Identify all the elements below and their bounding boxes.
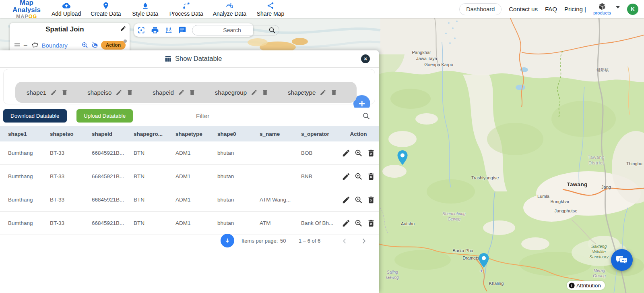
modal-header: Show Datatable ✕	[0, 50, 379, 67]
brand-title: Map Analysis	[5, 0, 48, 14]
edit-icon[interactable]	[251, 89, 258, 96]
column-chip: shapetype	[288, 89, 337, 96]
close-icon[interactable]: ✕	[361, 54, 370, 63]
column-chip: shape1	[27, 89, 68, 96]
delete-icon[interactable]	[262, 89, 268, 96]
modal-title-group: Show Datatable	[164, 55, 222, 62]
datatable: shape1shapeisoshapeidshapegro...shapetyp…	[0, 126, 379, 235]
menu-style-data[interactable]: Style Data	[131, 2, 160, 17]
products-menu[interactable]: products	[593, 3, 611, 15]
feedback-icon[interactable]	[178, 26, 186, 34]
map-pin-icon[interactable]	[478, 253, 490, 268]
column-chip-bar: shape1 shapeiso shapeid shapegroup shape…	[15, 82, 357, 103]
info-icon	[568, 282, 575, 289]
edit-row-icon[interactable]	[342, 172, 351, 181]
cell: BTN	[126, 197, 167, 203]
attribution-control[interactable]: Attribution	[567, 281, 605, 290]
menu-analyze-data[interactable]: Analyze Data	[213, 2, 246, 17]
delete-icon[interactable]	[61, 89, 68, 96]
edit-row-icon[interactable]	[342, 219, 351, 228]
collapse-icon[interactable]: −	[23, 43, 28, 47]
distance-icon[interactable]	[165, 26, 173, 34]
eye-off-icon[interactable]	[91, 42, 99, 49]
show-datatable-modal: Show Datatable ✕ shape1 shapeiso shapeid…	[0, 50, 379, 293]
panel-title: Spatial Join	[10, 25, 120, 33]
brand-logo[interactable]: Map Analysis MAPOG	[0, 0, 48, 19]
edit-row-icon[interactable]	[342, 195, 351, 204]
delete-icon[interactable]	[330, 89, 337, 96]
edit-icon[interactable]	[320, 89, 326, 96]
zoom-in-row-icon[interactable]	[354, 172, 363, 181]
previous-page-icon[interactable]	[340, 237, 349, 245]
menu-share-map[interactable]: Share Map	[256, 2, 285, 17]
zoom-in-row-icon[interactable]	[354, 219, 363, 228]
column-header: shape0	[209, 131, 252, 137]
filter-input[interactable]	[192, 112, 362, 119]
layer-name[interactable]: Boundary	[42, 42, 68, 49]
delete-icon[interactable]	[126, 89, 133, 96]
items-per-page-value[interactable]: 50	[280, 238, 286, 244]
column-chip: shapegroup	[215, 89, 268, 96]
contact-us-link[interactable]: Contact us	[509, 6, 538, 12]
menu-label: Style Data	[132, 10, 158, 17]
zoom-in-row-icon[interactable]	[354, 195, 363, 204]
map-search-input[interactable]	[196, 27, 268, 33]
delete-row-icon[interactable]	[367, 149, 376, 158]
edit-title-icon[interactable]	[120, 25, 126, 32]
map-pin-icon[interactable]	[396, 150, 409, 165]
print-icon[interactable]	[151, 26, 159, 34]
cube-icon	[598, 3, 606, 10]
main-menu: Add Upload Create Data Style Data Proces…	[52, 2, 285, 17]
chat-bubbles-icon	[616, 255, 627, 265]
faq-link[interactable]: FAQ	[545, 6, 557, 12]
delete-icon[interactable]	[189, 89, 196, 96]
cell: BTN	[126, 173, 167, 179]
filter-search-icon[interactable]	[362, 112, 370, 120]
datatable-icon	[164, 55, 172, 62]
delete-row-icon[interactable]	[367, 195, 376, 204]
pricing-link[interactable]: Pricing |	[564, 6, 586, 12]
column-header: shapeiso	[42, 131, 84, 137]
drag-handle-icon[interactable]	[14, 43, 20, 47]
analytics-icon	[225, 2, 233, 10]
cell: 66845921B...	[84, 220, 126, 226]
polygon-icon	[32, 42, 39, 48]
layer-action-button[interactable]: Action	[101, 41, 126, 50]
edit-row-icon[interactable]	[342, 149, 351, 158]
page-range-label: 1 – 6 of 6	[299, 238, 320, 244]
chevron-down-icon[interactable]	[616, 6, 620, 8]
table-row: Bumthang BT-33 66845921B... BTN ADM1 bhu…	[0, 141, 379, 165]
cell: ADM1	[167, 197, 209, 203]
menu-process-data[interactable]: Process Data	[169, 2, 203, 17]
dashboard-button[interactable]: Dashboard	[459, 3, 502, 15]
upload-datatable-button[interactable]: Upload Datatable	[76, 109, 133, 123]
center-focus-icon[interactable]	[137, 26, 145, 34]
location-pin-icon	[102, 2, 110, 10]
modal-body: Download Datatable Upload Datatable shap…	[0, 108, 379, 293]
share-icon	[266, 2, 275, 10]
search-icon[interactable]	[268, 27, 276, 34]
zoom-in-row-icon[interactable]	[354, 149, 363, 158]
delete-row-icon[interactable]	[367, 172, 376, 181]
cell: 66845921B...	[84, 173, 126, 179]
scroll-down-button[interactable]	[221, 234, 234, 247]
chat-widget-button[interactable]	[611, 249, 633, 271]
ink-drop-icon	[141, 2, 149, 10]
column-header: s_name	[252, 131, 293, 137]
column-chip: shapeid	[153, 89, 196, 96]
row-actions	[338, 195, 379, 204]
cell: bhutan	[209, 173, 252, 179]
map-toolbar	[134, 23, 253, 37]
menu-create-data[interactable]: Create Data	[91, 2, 121, 17]
download-datatable-button[interactable]: Download Datatable	[3, 109, 67, 123]
top-navbar: Map Analysis MAPOG Add Upload Create Dat…	[0, 0, 644, 18]
zoom-to-layer-icon[interactable]	[81, 42, 89, 49]
edit-icon[interactable]	[50, 89, 57, 96]
edit-icon[interactable]	[116, 89, 122, 96]
edit-icon[interactable]	[178, 89, 185, 96]
map-search-box	[192, 25, 279, 35]
next-page-icon[interactable]	[359, 237, 368, 245]
delete-row-icon[interactable]	[367, 219, 376, 228]
user-avatar[interactable]: K	[627, 4, 638, 15]
menu-add-upload[interactable]: Add Upload	[52, 2, 81, 17]
